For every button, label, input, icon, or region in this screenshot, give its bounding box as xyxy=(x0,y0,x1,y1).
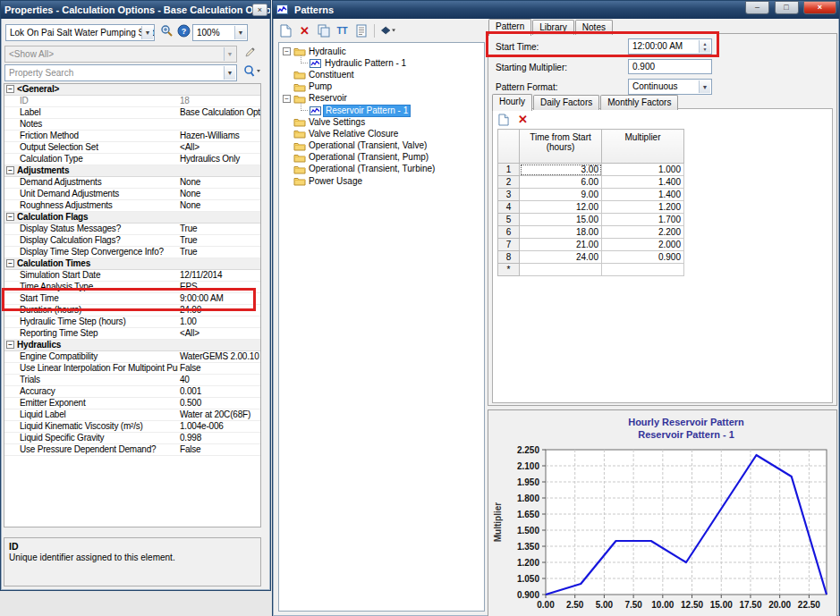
time-cell[interactable]: 12.00 xyxy=(520,201,602,214)
zoom-to-element-icon[interactable] xyxy=(157,24,175,41)
tree-item-label[interactable]: Reservoir Pattern - 1 xyxy=(323,105,411,117)
tree-item[interactable]: Reservoir Pattern - 1 xyxy=(279,105,484,116)
property-row[interactable]: Duration (hours)24.00 xyxy=(4,305,260,316)
tab-daily-factors[interactable]: Daily Factors xyxy=(533,95,599,110)
time-cell[interactable]: 6.00 xyxy=(520,176,602,189)
spinner-icon[interactable]: ▲▼ xyxy=(699,40,710,53)
tab-pattern[interactable]: Pattern xyxy=(488,19,531,36)
property-row[interactable]: Unit Demand AdjustmentsNone xyxy=(4,189,260,200)
tree-item[interactable]: Operational (Transient, Valve) xyxy=(279,140,484,152)
property-row[interactable]: LabelBase Calculation Optio xyxy=(4,107,260,119)
property-row[interactable]: Liquid LabelWater at 20C(68F) xyxy=(4,409,260,421)
collapse-icon[interactable]: − xyxy=(6,259,14,267)
property-value[interactable]: True xyxy=(178,247,260,257)
row-number-cell[interactable]: * xyxy=(498,264,520,276)
starting-multiplier-field[interactable]: 0.900 xyxy=(628,59,712,74)
property-value[interactable]: 9:00:00 AM xyxy=(178,293,260,304)
collapse-icon[interactable]: − xyxy=(6,213,14,221)
property-value[interactable]: EPS xyxy=(178,282,260,292)
time-cell[interactable]: 18.00 xyxy=(520,226,602,239)
property-value[interactable]: None xyxy=(178,189,260,199)
chevron-down-icon[interactable]: ▼ xyxy=(234,26,246,39)
collapse-icon[interactable]: − xyxy=(6,166,14,174)
new-icon[interactable] xyxy=(278,23,293,38)
tab-library[interactable]: Library xyxy=(532,20,574,35)
multiplier-cell[interactable]: 1.000 xyxy=(602,164,684,176)
property-row[interactable]: Display Calculation Flags?True xyxy=(4,235,260,247)
help-icon[interactable]: ? xyxy=(174,24,192,41)
chevron-down-icon[interactable]: ▼ xyxy=(224,66,235,80)
tree-item[interactable]: Constituent xyxy=(279,69,484,80)
property-row[interactable]: ID18 xyxy=(4,96,260,107)
property-value[interactable]: 0.998 xyxy=(178,433,260,443)
help-book-icon[interactable] xyxy=(380,23,395,38)
property-value[interactable]: False xyxy=(178,444,260,455)
tree-item[interactable]: Power Usage xyxy=(279,175,484,187)
property-row[interactable]: Display Time Step Convergence Info?True xyxy=(4,247,260,258)
property-row[interactable]: Notes xyxy=(4,119,260,131)
close-icon[interactable]: × xyxy=(803,1,836,14)
property-row[interactable]: Output Selection Set<All> xyxy=(4,142,260,154)
element-selector-dropdown[interactable]: Lok On Pai Salt Water Pumping Station ▼ xyxy=(5,24,155,41)
search-icon[interactable] xyxy=(241,64,262,81)
time-cell[interactable]: 21.00 xyxy=(520,239,602,251)
multiplier-cell[interactable]: 1.200 xyxy=(602,201,684,214)
property-value[interactable]: Water at 20C(68F) xyxy=(178,409,260,420)
zoom-level-dropdown[interactable]: 100% ▼ xyxy=(192,24,248,41)
start-time-field[interactable]: 12:00:00 AM ▲▼ xyxy=(628,38,712,55)
chevron-down-icon[interactable]: ▼ xyxy=(141,26,153,39)
rename-icon[interactable]: TT xyxy=(335,23,350,38)
property-value[interactable]: 0.500 xyxy=(178,398,260,409)
time-cell[interactable]: 24.00 xyxy=(520,251,602,264)
property-value[interactable]: False xyxy=(178,363,260,374)
tree-item-label[interactable]: Valve Settings xyxy=(307,117,367,128)
property-value[interactable]: <All> xyxy=(178,328,260,339)
time-cell[interactable]: 3.00 xyxy=(520,164,602,176)
tree-item-label[interactable]: Operational (Transient, Turbine) xyxy=(307,164,437,174)
collapse-icon[interactable]: − xyxy=(6,85,14,93)
tree-item-label[interactable]: Constituent xyxy=(307,70,356,80)
property-row[interactable]: −Adjustments xyxy=(4,165,260,177)
property-row[interactable]: Liquid Kinematic Viscosity (m²/s)1.004e-… xyxy=(4,421,260,433)
delete-row-icon[interactable]: ✕ xyxy=(515,112,530,127)
tree-item-label[interactable]: Hydraulic Pattern - 1 xyxy=(323,58,408,69)
property-value[interactable]: 1.004e-006 xyxy=(178,421,260,432)
restore-icon[interactable]: □ xyxy=(775,1,799,14)
multiplier-cell[interactable] xyxy=(602,264,684,276)
row-number-cell[interactable]: 3 xyxy=(498,189,520,201)
tree-item-label[interactable]: Operational (Transient, Pump) xyxy=(307,152,430,163)
tree-item[interactable]: Hydraulic Pattern - 1 xyxy=(279,57,484,69)
property-row[interactable]: Hydraulic Time Step (hours)1.00 xyxy=(4,316,260,328)
property-row[interactable]: Friction MethodHazen-Williams xyxy=(4,131,260,142)
tree-item-label[interactable]: Operational (Transient, Valve) xyxy=(307,140,428,151)
property-value[interactable]: WaterGEMS 2.00.10 xyxy=(178,351,260,362)
property-row[interactable]: Roughness AdjustmentsNone xyxy=(4,200,260,212)
property-row[interactable]: Demand AdjustmentsNone xyxy=(4,177,260,189)
multiplier-cell[interactable]: 2.200 xyxy=(602,226,684,239)
tree-item[interactable]: Operational (Transient, Turbine) xyxy=(279,164,484,175)
property-value[interactable]: None xyxy=(178,200,260,211)
properties-titlebar[interactable]: Properties - Calculation Options - Base … xyxy=(1,1,270,19)
property-value[interactable]: 0.001 xyxy=(178,386,260,397)
collapse-icon[interactable]: − xyxy=(283,47,291,55)
property-value[interactable]: 18 xyxy=(178,96,260,106)
tree-item-label[interactable]: Valve Relative Closure xyxy=(307,129,400,139)
row-number-cell[interactable]: 6 xyxy=(498,226,520,239)
property-value[interactable]: Base Calculation Optio xyxy=(178,107,260,118)
property-value[interactable]: 1.00 xyxy=(178,316,260,327)
tree-item[interactable]: Valve Relative Closure xyxy=(279,128,484,139)
property-value[interactable]: True xyxy=(178,235,260,246)
property-row[interactable]: Engine CompatibilityWaterGEMS 2.00.10 xyxy=(4,351,260,363)
property-value[interactable]: 24.00 xyxy=(178,305,260,316)
property-row[interactable]: Start Time9:00:00 AM xyxy=(4,293,260,305)
property-search-input[interactable]: Property Search ▼ xyxy=(4,64,237,81)
property-value[interactable]: 12/11/2014 xyxy=(178,270,260,281)
row-number-cell[interactable]: 7 xyxy=(498,239,520,251)
property-value[interactable] xyxy=(178,119,260,130)
property-row[interactable]: Use Pressure Dependent Demand?False xyxy=(4,444,260,456)
multiplier-cell[interactable]: 2.000 xyxy=(602,239,684,251)
property-row[interactable]: −Calculation Times xyxy=(4,258,260,270)
copy-icon[interactable] xyxy=(316,23,331,38)
tab-notes[interactable]: Notes xyxy=(575,20,613,35)
delete-icon[interactable]: ✕ xyxy=(297,23,312,38)
